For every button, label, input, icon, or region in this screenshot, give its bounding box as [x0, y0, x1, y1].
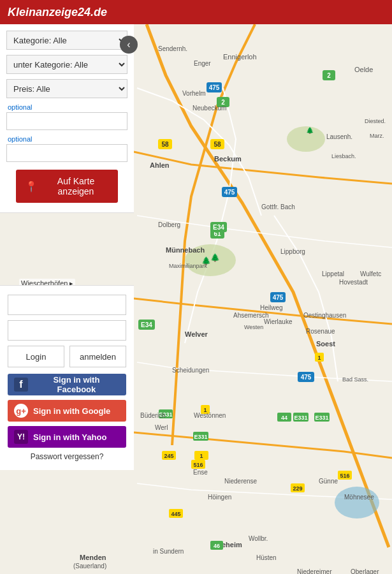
filter-panel: Kategorie: Alle unter Kategorie: Alle Pr… [0, 24, 134, 213]
svg-text:Wulfetc: Wulfetc [360, 270, 381, 277]
svg-text:Soest: Soest [316, 340, 335, 348]
svg-text:475: 475 [224, 189, 235, 196]
optional-label-2: optional [8, 135, 127, 143]
svg-text:Dolberg: Dolberg [158, 221, 180, 228]
svg-text:(Sauerland): (Sauerland) [73, 563, 106, 570]
register-button[interactable]: anmelden [69, 346, 126, 367]
svg-text:Niedereimer: Niedereimer [297, 568, 332, 574]
svg-text:Hovestadt: Hovestadt [339, 279, 368, 286]
svg-text:Günne: Günne [319, 478, 338, 485]
svg-point-3 [335, 487, 379, 519]
google-label: Sign in with Google [33, 406, 110, 416]
svg-text:Hüsten: Hüsten [256, 554, 277, 561]
svg-text:2: 2 [327, 72, 331, 79]
svg-text:58: 58 [161, 141, 169, 148]
svg-text:Sendernh.: Sendernh. [158, 45, 187, 52]
back-icon: ‹ [127, 39, 130, 50]
price-row: Preis: Alle [6, 79, 127, 98]
svg-text:Rosenaue: Rosenaue [306, 328, 335, 335]
svg-text:Liesbach.: Liesbach. [331, 153, 356, 159]
svg-text:445: 445 [171, 511, 180, 517]
svg-text:E34: E34 [213, 224, 224, 231]
svg-text:Gottfr. Bach: Gottfr. Bach [261, 203, 295, 210]
google-icon: g+ [14, 404, 28, 418]
login-buttons-row: Login anmelden [8, 346, 126, 367]
svg-text:🌲: 🌲 [306, 126, 314, 135]
svg-text:E331: E331 [194, 434, 207, 440]
show-map-label: Auf Karte anzeigen [43, 176, 109, 196]
svg-text:Oelde: Oelde [354, 66, 373, 73]
svg-text:E331: E331 [294, 415, 307, 421]
svg-text:Bad Sass.: Bad Sass. [342, 376, 368, 383]
svg-text:229: 229 [293, 485, 302, 492]
svg-text:in Sundern: in Sundern [153, 548, 184, 555]
svg-text:46: 46 [214, 543, 220, 549]
svg-text:Lippborg: Lippborg [280, 248, 305, 255]
facebook-login-button[interactable]: f Sign in with Facebook [8, 374, 126, 395]
forgot-password-link[interactable]: Passwort vergessen? [31, 452, 104, 461]
category-select[interactable]: Kategorie: Alle [6, 31, 127, 50]
yahoo-login-button[interactable]: Y! Sign in with Yahoo [8, 426, 126, 448]
password-input[interactable] [8, 320, 126, 341]
svg-text:🌲: 🌲 [210, 253, 220, 262]
google-login-button[interactable]: g+ Sign in with Google [8, 400, 126, 422]
svg-text:516: 516 [340, 473, 349, 479]
facebook-label: Sign in with Facebook [33, 375, 120, 394]
optional-label-1: optional [8, 103, 127, 111]
facebook-icon: f [14, 378, 28, 392]
svg-text:1: 1 [200, 453, 203, 459]
svg-text:Beckum: Beckum [214, 155, 242, 163]
show-map-button[interactable]: 📍 Auf Karte anzeigen [16, 170, 118, 203]
site-title: Kleinanzeige24.de [8, 6, 107, 19]
site-header: Kleinanzeige24.de [0, 0, 392, 24]
svg-text:Wierlauke: Wierlauke [264, 318, 293, 325]
optional-input-2[interactable] [6, 144, 127, 162]
svg-text:Westen: Westen [244, 324, 263, 330]
svg-text:Oberlager: Oberlager [351, 568, 379, 574]
svg-text:245: 245 [164, 453, 173, 459]
yahoo-label: Sign in with Yahoo [33, 432, 106, 442]
optional-input-1[interactable] [6, 112, 127, 130]
yahoo-icon: Y! [14, 430, 28, 444]
svg-text:Diested.: Diested. [365, 118, 386, 124]
svg-text:Höingen: Höingen [208, 494, 231, 501]
svg-text:475: 475 [209, 84, 220, 91]
svg-text:Maximilianpark: Maximilianpark [169, 263, 208, 269]
subcategory-select[interactable]: unter Kategorie: Alle [6, 55, 127, 74]
svg-text:Wollbr.: Wollbr. [249, 535, 268, 542]
svg-text:Münnebach: Münnebach [166, 246, 205, 254]
svg-text:Lippetal: Lippetal [322, 270, 344, 277]
back-button[interactable]: ‹ [120, 36, 138, 54]
svg-text:Marz.: Marz. [370, 133, 384, 139]
svg-text:Heilweg: Heilweg [260, 304, 283, 311]
svg-text:E331: E331 [315, 415, 328, 421]
login-panel: Login anmelden f Sign in with Facebook g… [0, 285, 134, 470]
svg-text:Menden: Menden [80, 554, 106, 561]
svg-text:1: 1 [317, 355, 321, 361]
forgot-password-section: Passwort vergessen? [8, 452, 126, 461]
pin-icon: 📍 [25, 180, 38, 193]
subcategory-row: unter Kategorie: Alle [6, 55, 127, 74]
svg-text:475: 475 [273, 294, 284, 301]
svg-text:475: 475 [301, 374, 312, 381]
svg-text:Möhnesee: Möhnesee [344, 494, 374, 501]
svg-text:Ennigerloh: Ennigerloh [223, 53, 257, 61]
svg-text:Oestinghausen: Oestinghausen [303, 312, 346, 319]
svg-text:Neubeckum: Neubeckum [192, 105, 226, 112]
svg-text:E34: E34 [141, 321, 152, 328]
category-row: Kategorie: Alle [6, 31, 127, 50]
svg-text:Lausenh.: Lausenh. [326, 133, 352, 140]
filter-section: Kategorie: Alle unter Kategorie: Alle Pr… [0, 24, 134, 213]
svg-text:Westönnen: Westönnen [194, 412, 226, 419]
svg-text:Ahlen: Ahlen [150, 161, 170, 169]
svg-text:Vorhelm: Vorhelm [182, 90, 206, 97]
svg-text:Büderich: Büderich [140, 412, 165, 419]
svg-text:516: 516 [193, 462, 203, 468]
svg-text:Niederense: Niederense [224, 478, 258, 485]
svg-text:44: 44 [281, 415, 287, 421]
svg-text:Enger: Enger [194, 60, 211, 67]
login-button[interactable]: Login [8, 346, 64, 367]
username-input[interactable] [8, 295, 126, 315]
svg-text:Scheidungen: Scheidungen [172, 367, 209, 374]
price-select[interactable]: Preis: Alle [6, 79, 127, 98]
